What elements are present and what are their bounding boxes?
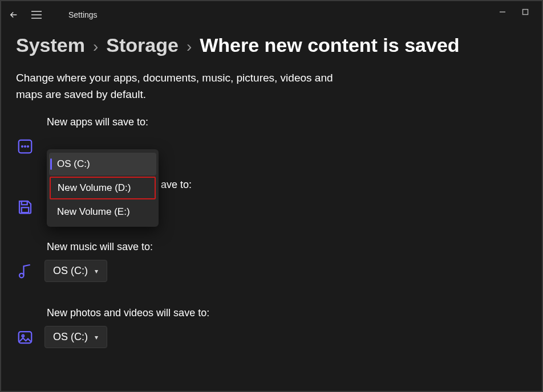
music-icon <box>16 262 34 280</box>
maximize-button[interactable] <box>520 7 530 17</box>
dropdown-option-new-volume-e[interactable]: New Volume (E:) <box>49 201 156 223</box>
breadcrumb: System › Storage › Where new content is … <box>1 28 542 68</box>
svg-rect-12 <box>19 332 32 343</box>
dropdown-option-os-c[interactable]: OS (C:) <box>49 153 156 175</box>
breadcrumb-system[interactable]: System <box>16 34 85 56</box>
apps-dropdown-flyout: OS (C:) New Volume (D:) New Volume (E:) <box>47 149 159 227</box>
chevron-down-icon: ▾ <box>95 267 98 275</box>
chevron-down-icon: ▾ <box>95 333 98 341</box>
app-title: Settings <box>68 10 98 19</box>
page-title: Where new content is saved <box>200 34 459 56</box>
section-photos: New photos and videos will save to: OS (… <box>16 307 527 348</box>
menu-button[interactable] <box>31 9 42 21</box>
apps-icon <box>16 137 34 156</box>
section-music: New music will save to: OS (C:) ▾ <box>16 241 527 282</box>
image-icon <box>16 328 34 346</box>
minimize-button[interactable] <box>497 7 508 17</box>
svg-rect-4 <box>523 10 528 15</box>
back-button[interactable] <box>8 9 19 21</box>
title-bar: Settings <box>1 1 542 28</box>
music-location-dropdown[interactable]: OS (C:) ▾ <box>44 260 107 282</box>
dropdown-value: OS (C:) <box>53 265 88 277</box>
dropdown-value: OS (C:) <box>53 331 88 343</box>
breadcrumb-storage[interactable]: Storage <box>106 34 179 56</box>
section-label-photos: New photos and videos will save to: <box>47 307 527 319</box>
save-icon <box>16 198 34 216</box>
section-label-music: New music will save to: <box>47 241 527 253</box>
svg-rect-10 <box>22 207 29 213</box>
chevron-right-icon: › <box>187 38 192 56</box>
chevron-right-icon: › <box>93 38 98 56</box>
dropdown-option-new-volume-d[interactable]: New Volume (D:) <box>50 177 156 199</box>
section-label-apps: New apps will save to: <box>47 116 527 128</box>
svg-point-7 <box>25 146 26 147</box>
svg-point-8 <box>27 146 29 147</box>
section-label-documents: ave to: <box>161 179 527 191</box>
svg-rect-9 <box>22 201 27 205</box>
photos-location-dropdown[interactable]: OS (C:) ▾ <box>44 326 107 348</box>
svg-point-6 <box>22 146 23 147</box>
page-description: Change where your apps, documents, music… <box>1 68 366 116</box>
svg-point-13 <box>22 334 24 337</box>
